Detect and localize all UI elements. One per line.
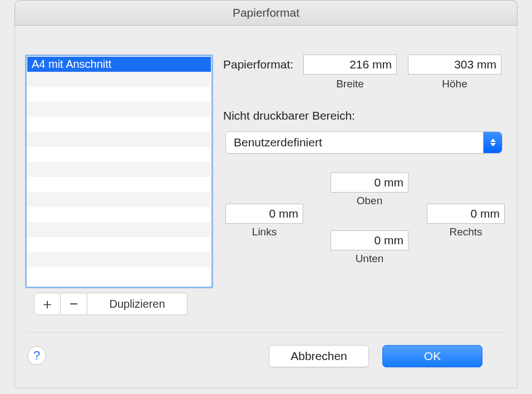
margin-bottom-value: 0 mm — [375, 234, 404, 247]
margin-bottom-sublabel: Unten — [331, 253, 408, 265]
height-value: 303 mm — [454, 58, 496, 71]
list-item[interactable] — [27, 87, 211, 102]
width-sublabel: Breite — [303, 78, 397, 90]
margin-top-sublabel: Oben — [331, 195, 408, 207]
list-toolbar: ＋ − Duplizieren — [34, 293, 188, 315]
list-item[interactable] — [27, 102, 211, 117]
list-item[interactable] — [27, 72, 211, 87]
margin-top-input[interactable]: 0 mm — [331, 173, 408, 193]
ok-button-label: OK — [424, 349, 441, 363]
list-item[interactable] — [27, 117, 211, 132]
margin-right-sublabel: Rechts — [427, 226, 505, 238]
nonprint-area-label: Nicht druckbarer Bereich: — [223, 109, 355, 122]
dialog-content: A4 mit Anschnitt ＋ — [14, 26, 518, 388]
chevron-up-down-icon — [483, 132, 502, 153]
window-title-text: Papierformat — [233, 6, 299, 19]
paper-sizes-list-body: A4 mit Anschnitt — [27, 57, 211, 286]
list-item[interactable] — [27, 177, 211, 192]
width-input[interactable]: 216 mm — [303, 55, 397, 75]
list-item[interactable] — [27, 222, 211, 237]
remove-button[interactable]: − — [61, 293, 87, 315]
margin-right-value: 0 mm — [471, 207, 500, 220]
list-item[interactable] — [27, 162, 211, 177]
list-item[interactable] — [27, 132, 211, 147]
width-value: 216 mm — [349, 58, 392, 71]
nonprint-dropdown-value: Benutzerdefiniert — [234, 136, 322, 149]
paper-size-label: Papierformat: — [223, 58, 293, 71]
cancel-button-label: Abbrechen — [290, 349, 347, 363]
duplicate-button-label: Duplizieren — [109, 298, 165, 311]
list-item[interactable] — [27, 147, 211, 162]
cancel-button[interactable]: Abbrechen — [269, 345, 369, 367]
list-item[interactable]: A4 mit Anschnitt — [27, 57, 211, 72]
margin-right-input[interactable]: 0 mm — [427, 204, 505, 224]
height-sublabel: Höhe — [408, 78, 501, 90]
margin-left-value: 0 mm — [269, 207, 299, 220]
margin-top-value: 0 mm — [375, 176, 404, 189]
ok-button[interactable]: OK — [382, 345, 482, 367]
list-item-label: A4 mit Anschnitt — [32, 58, 111, 70]
add-button[interactable]: ＋ — [34, 293, 61, 315]
window-title: Papierformat — [14, 0, 518, 26]
margin-left-sublabel: Links — [225, 226, 303, 238]
list-item[interactable] — [27, 207, 211, 222]
margin-bottom-input[interactable]: 0 mm — [331, 230, 408, 250]
minus-icon: − — [70, 296, 78, 313]
help-button[interactable]: ? — [27, 346, 46, 365]
list-item[interactable] — [27, 267, 211, 282]
paper-sizes-list[interactable]: A4 mit Anschnitt — [25, 55, 213, 288]
list-item[interactable] — [27, 192, 211, 207]
list-item[interactable] — [27, 237, 211, 252]
help-icon: ? — [33, 348, 40, 363]
list-item[interactable] — [27, 252, 211, 267]
separator — [26, 332, 506, 333]
page-setup-dialog: Papierformat A4 mit Anschnitt — [0, 0, 532, 394]
duplicate-button[interactable]: Duplizieren — [87, 293, 188, 315]
height-input[interactable]: 303 mm — [408, 55, 501, 75]
nonprint-dropdown[interactable]: Benutzerdefiniert — [225, 131, 503, 154]
margin-left-input[interactable]: 0 mm — [225, 204, 303, 224]
plus-icon: ＋ — [40, 294, 55, 314]
